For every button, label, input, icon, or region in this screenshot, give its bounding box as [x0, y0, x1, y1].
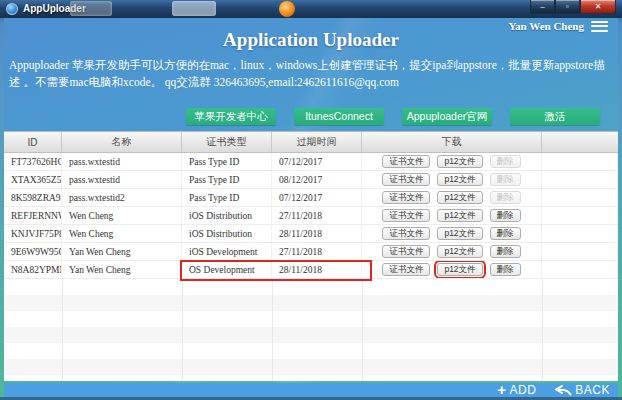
footer-bar: + ADD BACK [4, 383, 618, 397]
user-row: Yan Wen Cheng [508, 20, 608, 32]
p12-file-button[interactable]: p12文件 [437, 191, 482, 204]
cell-blank [542, 243, 618, 260]
cell-id: KNJVJF75P8 [4, 225, 62, 242]
cell-type: OS Development [182, 261, 272, 278]
cell-download: 证书文件 p12文件 删除 [362, 207, 542, 224]
column-header-blank [542, 132, 618, 152]
cell-id: 8K598ZRA95 [4, 189, 62, 206]
cell-blank [542, 261, 618, 278]
table-empty-area [4, 279, 618, 381]
column-header-download: 下载 [362, 132, 542, 152]
cell-expire: 28/11/2018 [272, 261, 362, 278]
minimize-button[interactable]: – [530, 0, 555, 14]
client-area: Yan Wen Cheng Application Uploader Appup… [4, 18, 618, 397]
appuploader-site-button[interactable]: Appuploader官网 [402, 108, 492, 125]
p12-file-button[interactable]: p12文件 [437, 173, 482, 186]
cell-id: FT737626HC [4, 153, 62, 170]
column-gridlines [4, 279, 618, 381]
column-header-type: 证书类型 [182, 132, 272, 152]
cell-blank [542, 171, 618, 188]
close-button[interactable]: ✕ [580, 0, 616, 14]
cell-name: Yan Wen Cheng [62, 243, 182, 260]
p12-file-button[interactable]: p12文件 [437, 209, 482, 222]
cell-expire: 07/12/2017 [272, 189, 362, 206]
table-row[interactable]: FT737626HC pass.wxtestid Pass Type ID 07… [4, 153, 618, 171]
activate-button[interactable]: 激活 [510, 108, 600, 125]
toolbar: 苹果开发者中心 ItunesConnect Appuploader官网 激活 [4, 108, 600, 125]
delete-button[interactable]: 删除 [490, 263, 521, 276]
delete-button[interactable]: 删除 [490, 173, 521, 186]
cell-expire: 27/11/2018 [272, 243, 362, 260]
cell-expire: 07/12/2017 [272, 153, 362, 170]
column-header-name: 名称 [62, 132, 182, 152]
table-row[interactable]: 8K598ZRA95 pass.wxtestid2 Pass Type ID 0… [4, 189, 618, 207]
back-button[interactable]: BACK [554, 383, 610, 397]
cell-type: Pass Type ID [182, 189, 272, 206]
cert-file-button[interactable]: 证书文件 [382, 209, 430, 222]
cell-blank [542, 207, 618, 224]
cell-name: Wen Cheng [62, 207, 182, 224]
table-row[interactable]: 9E6W9W95QJ Yan Wen Cheng iOS Development… [4, 243, 618, 261]
cell-type: iOS Development [182, 243, 272, 260]
cell-download: 证书文件 p12文件 删除 [362, 243, 542, 260]
column-header-id: ID [4, 132, 62, 152]
cert-file-button[interactable]: 证书文件 [382, 173, 430, 186]
table-header-row: ID 名称 证书类型 过期时间 下载 [4, 132, 618, 153]
cell-id: XTAX365Z55 [4, 171, 62, 188]
delete-button[interactable]: 删除 [490, 209, 521, 222]
taskbar-glass-icon [172, 1, 216, 16]
cell-name: pass.wxtestid [62, 171, 182, 188]
cell-name: pass.wxtestid2 [62, 189, 182, 206]
table-body: FT737626HC pass.wxtestid Pass Type ID 07… [4, 153, 618, 279]
table-row[interactable]: REFJERNNWW Wen Cheng iOS Distribution 27… [4, 207, 618, 225]
cell-type: iOS Distribution [182, 225, 272, 242]
cell-download: 证书文件 p12文件 删除 [362, 189, 542, 206]
add-button[interactable]: + ADD [497, 383, 536, 397]
back-label: BACK [575, 383, 610, 397]
cell-blank [542, 225, 618, 242]
window-titlebar: AppUploader – ▫ ✕ [0, 0, 622, 18]
cert-file-button[interactable]: 证书文件 [382, 155, 430, 168]
cell-download: 证书文件 p12文件 删除 [362, 225, 542, 242]
table-row[interactable]: N8A82YPMR9 Yan Wen Cheng OS Development … [4, 261, 618, 279]
p12-file-button[interactable]: p12文件 [437, 155, 482, 168]
cert-file-button[interactable]: 证书文件 [382, 245, 430, 258]
delete-button[interactable]: 删除 [490, 245, 521, 258]
taskbar-glass-icon [70, 1, 112, 16]
add-label: ADD [509, 383, 536, 397]
cert-file-button[interactable]: 证书文件 [382, 227, 430, 240]
page-title: Application Uploader [4, 29, 618, 51]
delete-button[interactable]: 删除 [490, 227, 521, 240]
p12-file-button[interactable]: p12文件 [437, 245, 482, 258]
cell-id: 9E6W9W95QJ [4, 243, 62, 260]
cell-blank [542, 153, 618, 170]
cert-file-button[interactable]: 证书文件 [382, 263, 430, 276]
delete-button[interactable]: 删除 [490, 155, 521, 168]
cell-blank [542, 189, 618, 206]
firefox-icon [279, 1, 295, 17]
back-arrow-icon [554, 385, 572, 396]
hamburger-menu-icon[interactable] [591, 21, 608, 32]
certificates-table: ID 名称 证书类型 过期时间 下载 FT737626HC pass.wxtes… [4, 131, 618, 381]
user-name: Yan Wen Cheng [508, 20, 584, 32]
cell-name: Wen Cheng [62, 225, 182, 242]
plus-icon: + [497, 384, 506, 396]
delete-button[interactable]: 删除 [490, 191, 521, 204]
p12-file-button[interactable]: p12文件 [437, 263, 482, 276]
table-row[interactable]: XTAX365Z55 pass.wxtestid Pass Type ID 08… [4, 171, 618, 189]
window-controls: – ▫ ✕ [530, 0, 616, 14]
cell-name: pass.wxtestid [62, 153, 182, 170]
cell-expire: 27/11/2018 [272, 207, 362, 224]
app-window: AppUploader – ▫ ✕ Yan Wen Cheng Applicat… [0, 0, 622, 400]
maximize-button[interactable]: ▫ [555, 0, 580, 14]
apple-dev-center-button[interactable]: 苹果开发者中心 [186, 108, 276, 125]
cell-download: 证书文件 p12文件 删除 [362, 153, 542, 170]
cell-type: iOS Distribution [182, 207, 272, 224]
cell-download: 证书文件 p12文件 删除 [362, 171, 542, 188]
cell-name: Yan Wen Cheng [62, 261, 182, 278]
table-row[interactable]: KNJVJF75P8 Wen Cheng iOS Distribution 28… [4, 225, 618, 243]
p12-file-button[interactable]: p12文件 [437, 227, 482, 240]
cell-id: N8A82YPMR9 [4, 261, 62, 278]
itunes-connect-button[interactable]: ItunesConnect [294, 108, 384, 125]
cert-file-button[interactable]: 证书文件 [382, 191, 430, 204]
